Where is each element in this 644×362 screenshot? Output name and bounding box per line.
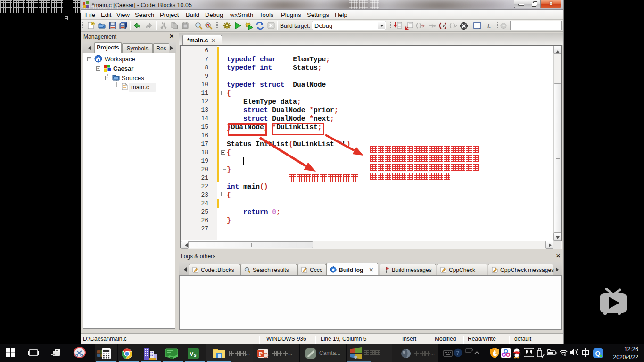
svg-text:R: R bbox=[206, 23, 210, 28]
svg-text:V: V bbox=[190, 350, 194, 357]
svg-text:?: ? bbox=[456, 350, 460, 356]
svg-text:s: s bbox=[194, 353, 197, 358]
svg-text:P: P bbox=[259, 350, 263, 357]
svg-text:i.: i. bbox=[487, 23, 491, 30]
